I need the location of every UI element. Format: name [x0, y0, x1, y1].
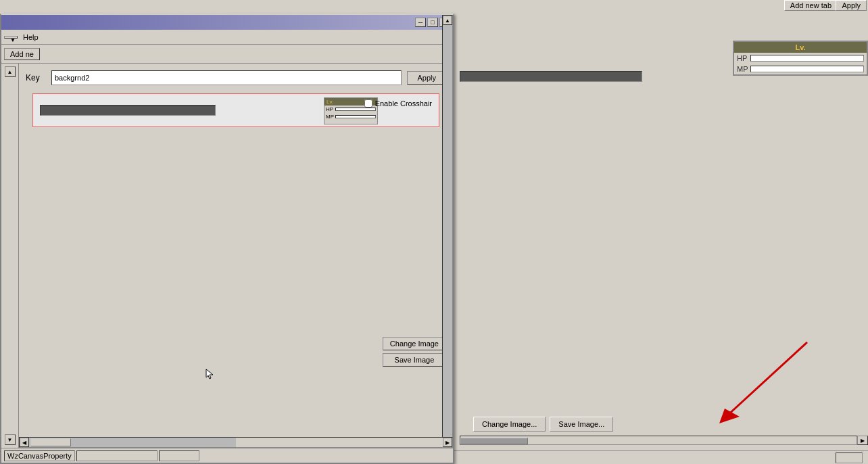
lv-hp-bar: [750, 55, 864, 62]
menu-dropdown[interactable]: [4, 36, 18, 39]
bg-progress-area: [460, 71, 642, 82]
main-panel: Key Apply Lv. HP MP: [19, 64, 453, 448]
help-menu-item[interactable]: Help: [18, 32, 44, 43]
minimize-button[interactable]: ─: [415, 18, 426, 27]
apply-button[interactable]: Apply: [407, 71, 446, 85]
dialog-titlebar: ─ □ ✕: [1, 15, 453, 30]
scroll-v-up[interactable]: ▲: [443, 16, 452, 25]
mini-preview-hp-label: HP: [326, 106, 335, 112]
lv-mp-bar: [750, 66, 864, 72]
action-buttons: Change Image Save Image: [383, 337, 446, 367]
mini-preview-mp-label: MP: [326, 114, 335, 120]
add-new-button[interactable]: Add ne: [4, 48, 40, 60]
bg-scroll-right-arrow[interactable]: ▶: [857, 436, 868, 445]
scroll-h-track: [29, 438, 236, 447]
dialog-status-2: [76, 450, 158, 461]
canvas-preview: Lv. HP MP Enable Crosshair: [32, 93, 439, 127]
save-image-button[interactable]: Save Image: [383, 353, 446, 367]
sidebar-scroll-up[interactable]: ▲: [5, 66, 16, 77]
mini-preview-hp-bar: [335, 108, 376, 111]
mini-preview-mp-row: MP: [324, 113, 377, 120]
add-new-tab-button[interactable]: Add new tab: [784, 0, 838, 11]
key-row: Key Apply: [26, 70, 446, 85]
dialog-toolbar: Add ne: [1, 45, 453, 64]
right-bottom-buttons: Change Image... Save Image...: [473, 417, 613, 432]
lv-title: Lv.: [734, 42, 867, 53]
maximize-button[interactable]: □: [427, 18, 438, 27]
dialog-status-label: WzCanvasProperty: [4, 450, 75, 461]
arrow-annotation: [685, 335, 834, 430]
mouse-cursor: [205, 368, 214, 380]
dialog-window: ─ □ ✕ Help Add ne ▲ ▼ Key Apply: [0, 14, 454, 464]
right-change-image-button[interactable]: Change Image...: [473, 417, 546, 432]
dialog-scrollbar-v: ▲ ▼: [442, 15, 453, 448]
key-label: Key: [26, 73, 46, 83]
lv-panel: Lv. HP MP: [733, 41, 868, 76]
lv-mp-row: MP: [734, 64, 867, 74]
svg-line-0: [726, 342, 807, 417]
bg-progress-bar: [460, 71, 642, 82]
lv-hp-label: HP: [737, 54, 750, 62]
dialog-status-bar: WzCanvasProperty: [1, 448, 453, 463]
scroll-h-right[interactable]: ▶: [443, 438, 452, 447]
lv-hp-row: HP: [734, 53, 867, 64]
svg-marker-1: [719, 409, 740, 423]
right-save-image-button[interactable]: Save Image...: [550, 417, 613, 432]
bg-apply-button[interactable]: Apply: [836, 0, 867, 11]
crosshair-area: Enable Crosshair: [364, 99, 432, 108]
sidebar: ▲ ▼: [1, 64, 19, 448]
scroll-v-track: [443, 25, 452, 438]
dialog-content: ▲ ▼ Key Apply Lv. HP: [1, 64, 453, 448]
lv-mp-label: MP: [737, 65, 750, 73]
scroll-h-thumb: [30, 438, 71, 446]
mini-preview-mp-bar: [335, 115, 376, 118]
bg-scrollbar-h[interactable]: [460, 436, 857, 445]
menu-bar: Help: [1, 30, 453, 45]
sidebar-scroll-down[interactable]: ▼: [5, 434, 16, 445]
crosshair-checkbox[interactable]: [364, 99, 372, 108]
bg-tab-bar: Add new tab Apply: [0, 0, 868, 14]
scroll-h-left[interactable]: ◀: [20, 438, 29, 447]
crosshair-label: Enable Crosshair: [375, 99, 432, 108]
canvas-inner-bar: [40, 105, 216, 116]
dialog-status-3: [159, 450, 199, 461]
status-section-4: [836, 453, 863, 463]
change-image-button[interactable]: Change Image: [383, 337, 446, 350]
key-input[interactable]: [51, 70, 402, 85]
bg-scroll-thumb: [460, 438, 528, 444]
dialog-scrollbar-h: ◀ ▶: [19, 437, 453, 448]
svg-marker-2: [206, 369, 213, 379]
